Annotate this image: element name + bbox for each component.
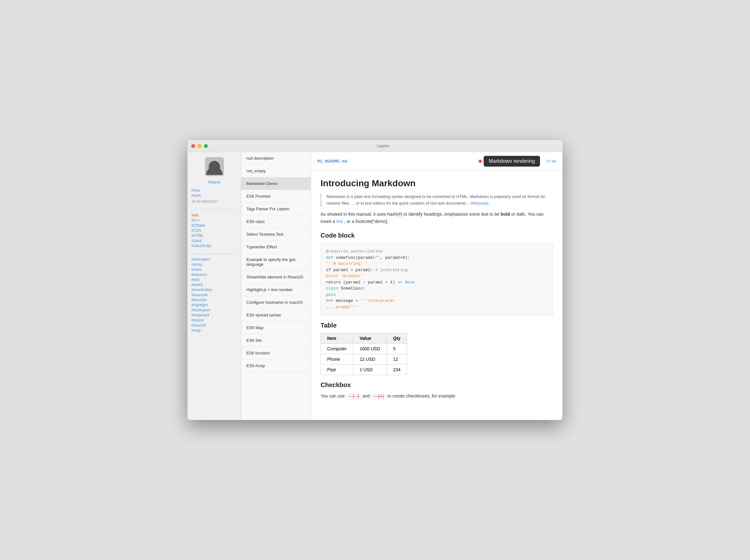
close-button[interactable] bbox=[191, 144, 195, 148]
snippet-es6-promise[interactable]: ES6 Promise bbox=[241, 190, 311, 203]
window-title: Lepton bbox=[208, 143, 559, 148]
sidebar-timestamp: 16:45 04/02/2017 bbox=[191, 200, 237, 203]
raw-link[interactable]: #raw bbox=[546, 159, 556, 164]
tag-java[interactable]: #Java bbox=[191, 239, 237, 243]
italic-text: italic bbox=[516, 212, 525, 217]
md-table: Item Value Qty Computer 1600 USD 5 Phone bbox=[321, 333, 407, 375]
wikipedia-link[interactable]: Wikipedia bbox=[471, 201, 488, 205]
md-blockquote: Markdown is a plain text formatting synt… bbox=[321, 194, 553, 207]
snippet-es6-map[interactable]: ES6 Map bbox=[241, 321, 311, 334]
code-block: @requires_authorization def somefunc(par… bbox=[321, 243, 553, 316]
snippet-tags-parser[interactable]: Tags Parser For Lepton bbox=[241, 203, 311, 215]
main-content: M1_README.md Markdown rendering #raw Int… bbox=[311, 152, 563, 420]
table-header-item: Item bbox=[321, 333, 353, 344]
table-cell: 234 bbox=[387, 364, 407, 375]
snippet-es6-function[interactable]: ES6 function bbox=[241, 347, 311, 360]
table-row: Phone 12 USD 12 bbox=[321, 354, 407, 364]
tooltip-dot bbox=[479, 160, 482, 163]
new-link[interactable]: #new bbox=[191, 188, 237, 193]
bold-text: bold bbox=[501, 212, 510, 217]
snippet-select-textarea[interactable]: Select Textarea Text bbox=[241, 228, 311, 241]
table-cell: 1 USD bbox=[353, 364, 387, 375]
tag-html[interactable]: #HTML bbox=[191, 234, 237, 238]
avatar-icon bbox=[209, 161, 220, 172]
tag-cpp[interactable]: #C++ bbox=[191, 218, 237, 223]
tag-map[interactable]: #map bbox=[191, 328, 237, 333]
snippet-null-desc[interactable]: null description bbox=[241, 152, 311, 165]
tag-example[interactable]: #example bbox=[191, 293, 237, 297]
avatar bbox=[205, 157, 224, 176]
table-cell: 12 USD bbox=[353, 354, 387, 364]
snippet-markdown-demo[interactable]: Markdown Demo bbox=[241, 177, 311, 190]
logout-link[interactable]: #logout bbox=[191, 180, 237, 184]
intro-paragraph: As showed in this manual, it uses hash(#… bbox=[321, 211, 553, 226]
snippet-es6-array[interactable]: ES6 Array bbox=[241, 360, 311, 372]
snippet-es6-spread[interactable]: ES6 spread syntax bbox=[241, 309, 311, 321]
sync-link[interactable]: #sync bbox=[191, 193, 237, 198]
table-header-qty: Qty bbox=[387, 333, 407, 344]
tag-css[interactable]: #CSS bbox=[191, 228, 237, 233]
code-line-6: return (param2 – param1 + 1) or None bbox=[326, 279, 548, 286]
tooltip-label: Markdown rendering bbox=[489, 158, 535, 164]
table-row: Pipe 1 USD 234 bbox=[321, 364, 407, 375]
code-line-9: >>> message = '''interpreter bbox=[326, 298, 548, 304]
tag-javascript[interactable]: #JavaScript bbox=[191, 244, 237, 248]
md-title: Introducing Markdown bbox=[321, 178, 553, 188]
tag-macos[interactable]: #macOS bbox=[191, 323, 237, 327]
primary-tags: #All #C++ #CMake #CSS #HTML #Java #JavaS… bbox=[191, 213, 237, 248]
code-line-4: if param1 > param2: # interesting bbox=[326, 267, 548, 273]
checkbox-heading: Checkbox bbox=[321, 381, 553, 388]
tag-es6[interactable]: #es6 bbox=[191, 278, 237, 282]
maximize-button[interactable] bbox=[204, 144, 208, 148]
minimize-button[interactable] bbox=[198, 144, 201, 148]
snippet-gist-language[interactable]: Example to specify the gist language bbox=[241, 254, 311, 271]
table-cell: Computer bbox=[321, 344, 353, 354]
markdown-rendering-tooltip: Markdown rendering bbox=[484, 156, 540, 166]
tag-keyboard[interactable]: #keyboard bbox=[191, 313, 237, 317]
snippet-es6-set[interactable]: ES6 Set bbox=[241, 334, 311, 347]
tag-eventmitter[interactable]: #eventmitter bbox=[191, 287, 237, 292]
snippet-typewriter[interactable]: Typewriter Effect bbox=[241, 241, 311, 254]
link-example[interactable]: link bbox=[336, 219, 343, 224]
code-block-heading: Code block bbox=[321, 232, 553, 239]
tag-highlight[interactable]: #highlight bbox=[191, 303, 237, 307]
code-line-7: class SomeClass: bbox=[326, 285, 548, 292]
tag-array[interactable]: #array bbox=[191, 262, 237, 267]
content-header: M1_README.md Markdown rendering #raw bbox=[311, 152, 563, 171]
snippet-highlightjs[interactable]: Highlight.js + line number bbox=[241, 283, 311, 296]
sidebar: #logout #new #sync 16:45 04/02/2017 #All… bbox=[187, 152, 241, 420]
tag-hostname[interactable]: #hostname bbox=[191, 308, 237, 312]
table-cell: 12 bbox=[387, 354, 407, 364]
secondary-tags: #animation #array #class #electron #es6 … bbox=[191, 257, 237, 333]
snippet-es6-class[interactable]: ES6 class bbox=[241, 215, 311, 228]
table-header-value: Value bbox=[353, 333, 387, 344]
checkbox-code-checked: - [x] bbox=[371, 394, 386, 399]
blockquote-text: Markdown is a plain text formatting synt… bbox=[327, 194, 545, 205]
code-line-5: print 'Greater' bbox=[326, 273, 548, 279]
table-cell: Phone bbox=[321, 354, 353, 364]
tag-class[interactable]: #class bbox=[191, 267, 237, 272]
logout-section: #logout bbox=[191, 179, 237, 185]
tag-animation[interactable]: #animation bbox=[191, 257, 237, 262]
snippet-show-hide[interactable]: Show/Hide element in ReactJS bbox=[241, 271, 311, 283]
traffic-lights bbox=[191, 144, 208, 148]
tag-event[interactable]: #event bbox=[191, 282, 237, 287]
tag-function[interactable]: #function bbox=[191, 298, 237, 302]
tag-electron[interactable]: #electron bbox=[191, 273, 237, 277]
snippet-not-empty[interactable]: not_empty bbox=[241, 165, 311, 177]
tag-lepton[interactable]: #lepton bbox=[191, 318, 237, 322]
code-line-10: ... prompt''' bbox=[326, 304, 548, 311]
content-body: Introducing Markdown Markdown is a plain… bbox=[311, 171, 563, 420]
table-cell: Pipe bbox=[321, 364, 353, 375]
app-body: #logout #new #sync 16:45 04/02/2017 #All… bbox=[187, 152, 563, 420]
sidebar-actions: #new #sync bbox=[191, 187, 237, 198]
snippet-hostname[interactable]: Configure hostname in macOS bbox=[241, 296, 311, 309]
sidebar-divider-1 bbox=[191, 210, 237, 210]
code-line-2: def somefunc(param1='', param2=0): bbox=[326, 255, 548, 261]
checkbox-code-unchecked: - [ ] bbox=[346, 394, 361, 399]
tag-cmake[interactable]: #CMake bbox=[191, 223, 237, 228]
snippet-list: null description not_empty Markdown Demo… bbox=[241, 152, 311, 420]
table-cell: 1600 USD bbox=[353, 344, 387, 354]
tag-all[interactable]: #All bbox=[191, 213, 237, 218]
table-heading: Table bbox=[321, 322, 553, 329]
